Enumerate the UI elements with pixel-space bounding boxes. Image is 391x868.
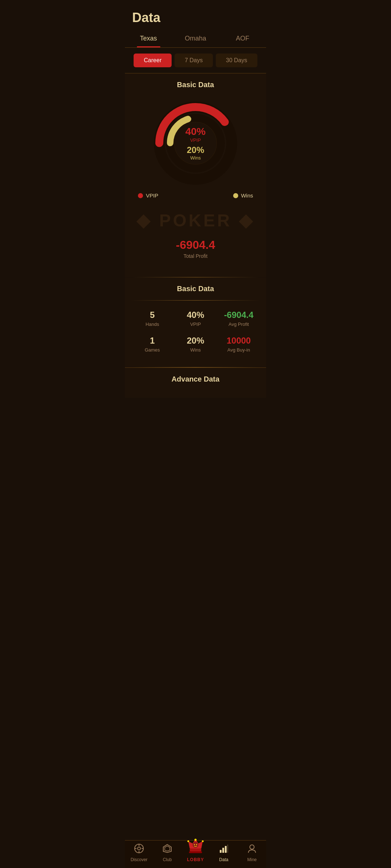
nav-spacer	[125, 398, 266, 427]
total-profit-area: -6904.4 Total Profit	[176, 235, 215, 266]
basic-data-chart-title: Basic Data	[131, 81, 260, 89]
tab-texas[interactable]: Texas	[125, 30, 172, 47]
legend-wins: Wins	[233, 192, 253, 199]
stat-avg-profit: -6904.4 Avg Profit	[217, 310, 260, 327]
period-30days[interactable]: 30 Days	[216, 54, 257, 67]
avg-profit-value: -6904.4	[217, 310, 260, 320]
vpip-label: VPIP	[185, 137, 206, 143]
avg-profit-label: Avg Profit	[217, 322, 260, 327]
stat-hands: 5 Hands	[131, 310, 174, 327]
legend-vpip: VPIP	[138, 192, 158, 199]
hands-label: Hands	[131, 322, 174, 327]
chart-legend: VPIP Wins	[131, 192, 260, 199]
games-label: Games	[131, 347, 174, 353]
wins-stat-label: Wins	[174, 347, 217, 353]
stat-vpip: 40% VPIP	[174, 310, 217, 327]
avg-buyin-value: 10000	[217, 336, 260, 346]
vpip-dot	[138, 193, 143, 198]
chart-container: 40% VPIP 20% Wins VPIP Wins ◆ POKER ◆ -6…	[131, 96, 260, 270]
total-profit-label: Total Profit	[176, 253, 215, 259]
donut-chart: 40% VPIP 20% Wins	[152, 100, 239, 187]
donut-center: 40% VPIP 20% Wins	[185, 126, 206, 161]
vpip-stat-label: VPIP	[174, 322, 217, 327]
total-profit-value: -6904.4	[176, 238, 215, 252]
stats-section-title: Basic Data	[131, 285, 260, 293]
stats-grid: 5 Hands 40% VPIP -6904.4 Avg Profit 1 Ga…	[131, 306, 260, 356]
watermark-text: ◆ POKER ◆	[136, 210, 254, 230]
advance-section: Advance Data	[125, 367, 266, 398]
stat-wins: 20% Wins	[174, 336, 217, 353]
wins-label: Wins	[185, 155, 206, 161]
avg-buyin-label: Avg Buy-in	[217, 347, 260, 353]
page-title: Data	[132, 10, 259, 25]
basic-data-chart-section: Basic Data	[125, 73, 266, 277]
legend-wins-label: Wins	[241, 192, 253, 199]
header: Data	[125, 0, 266, 30]
stat-games: 1 Games	[131, 336, 174, 353]
wins-dot	[233, 193, 238, 198]
hands-value: 5	[131, 310, 174, 320]
stat-avg-buyin: 10000 Avg Buy-in	[217, 336, 260, 353]
wins-percent: 20%	[185, 145, 206, 155]
period-career[interactable]: Career	[134, 54, 172, 67]
games-value: 1	[131, 336, 174, 346]
wins-value: 20%	[174, 336, 217, 346]
stats-section: Basic Data 5 Hands 40% VPIP -6904.4 Avg …	[125, 277, 266, 367]
advance-section-title: Advance Data	[131, 375, 260, 383]
period-7days[interactable]: 7 Days	[175, 54, 213, 67]
vpip-percent: 40%	[185, 126, 206, 137]
tab-aof[interactable]: AOF	[219, 30, 266, 47]
watermark: ◆ POKER ◆	[131, 209, 260, 231]
period-tabs: Career 7 Days 30 Days	[125, 48, 266, 73]
legend-vpip-label: VPIP	[146, 192, 158, 199]
game-tabs: Texas Omaha AOF	[125, 30, 266, 48]
divider-stats	[131, 300, 260, 301]
tab-omaha[interactable]: Omaha	[172, 30, 219, 47]
vpip-value: 40%	[174, 310, 217, 320]
